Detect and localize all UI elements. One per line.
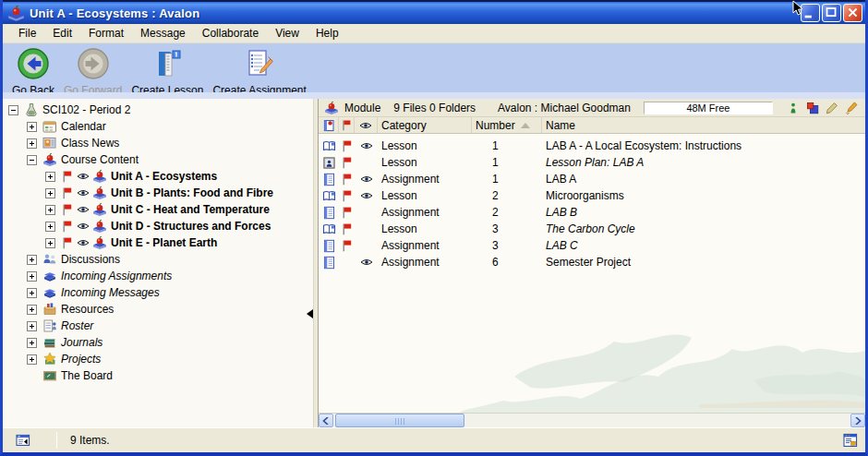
go-back-button[interactable]: Go Back [8,46,58,98]
list-row-lab-b[interactable]: Assignment 2 LAB B [319,204,865,221]
create-lesson-button[interactable]: Create Lesson [127,46,207,98]
tree-item-incoming-messages[interactable]: Incoming Messages [3,284,313,301]
expander-icon[interactable] [45,238,55,248]
calendar-icon [42,119,57,134]
column-category[interactable]: Category [378,117,472,133]
expander-icon[interactable] [45,205,55,215]
cell-name: LAB A - A Local Ecosystem: Instructions [542,139,865,152]
file-list: Lesson 1 LAB A - A Local Ecosystem: Inst… [319,134,865,270]
menu-message[interactable]: Message [132,25,194,42]
column-flag[interactable] [339,117,355,133]
tree-item-unit-c-heat-and-temperature[interactable]: Unit C - Heat and Temperature [3,201,313,218]
expander-icon[interactable] [27,288,37,298]
column-item-type[interactable] [319,117,339,133]
lesson-plan-icon [322,156,336,170]
tree-item-course-content[interactable]: Course Content [3,151,313,168]
expander-icon[interactable] [27,354,37,365]
scroll-right-button[interactable] [850,414,865,427]
list-column-header: Category Number Name [319,117,865,134]
menu-view[interactable]: View [267,25,307,42]
tree-item-sci102-period-2[interactable]: SCI102 - Period 2 [3,102,313,118]
tree-item-unit-b-plants-food-and-fibre[interactable]: Unit B - Plants: Food and Fibre [3,185,313,201]
flag-icon [341,239,354,252]
content-area: SCI102 - Period 2 Calendar Class News Co… [3,99,865,427]
roster-icon [42,318,57,333]
cell-category: Assignment [378,256,472,269]
tree-item-incoming-assignments[interactable]: Incoming Assignments [3,268,313,284]
collapse-panel-icon[interactable] [307,309,313,318]
expander-icon[interactable] [45,172,55,182]
scrollbar-thumb[interactable] [335,414,464,427]
assignment-icon [322,173,336,186]
menu-edit[interactable]: Edit [44,25,80,42]
tree-item-calendar[interactable]: Calendar [3,118,313,135]
pencil-icon[interactable] [826,102,838,114]
expander-icon[interactable] [27,255,37,265]
tree-item-class-news[interactable]: Class News [3,135,313,151]
layers-icon[interactable] [806,102,819,114]
scroll-left-button[interactable] [319,414,333,427]
expander-icon[interactable] [45,188,55,198]
tree-item-unit-d-structures-and-forces[interactable]: Unit D - Structures and Forces [3,218,313,234]
window-layout-icon[interactable] [843,433,858,448]
create-lesson-icon [151,47,184,83]
person-icon[interactable] [787,102,800,114]
tree-item-the-board[interactable]: The Board [3,367,313,384]
toolbar-button-label: Go Forward [64,84,122,97]
tree-item-label: Unit E - Planet Earth [111,236,217,249]
maximize-button[interactable] [822,4,841,22]
list-row-the-carbon-cycle[interactable]: Lesson 3 The Carbon Cycle [319,221,865,237]
flask-icon [24,102,39,117]
expander-icon[interactable] [27,122,37,132]
list-row-lab-c[interactable]: Assignment 3 LAB C [319,237,865,254]
pen-icon[interactable] [845,102,858,114]
resources-icon [42,302,57,317]
expander-icon[interactable] [27,321,37,331]
server-user-label: Avalon : Michael Goodman [498,102,631,114]
expander-icon[interactable] [27,338,37,348]
expander-icon[interactable] [27,138,37,149]
expander-icon[interactable] [27,271,37,282]
tree-item-resources[interactable]: Resources [3,301,313,318]
tree-item-label: The Board [61,369,113,382]
pane-toggle-icon[interactable] [16,433,30,448]
expander-icon[interactable] [45,222,55,232]
tree-item-unit-a-ecosystems[interactable]: Unit A - Ecosystems [3,168,313,185]
column-number[interactable]: Number [472,117,542,133]
board-icon [42,368,57,383]
expander-icon[interactable] [8,105,18,115]
tree-item-label: Resources [61,303,114,316]
app-window: Unit A - Ecosystems : Avalon FileEditFor… [0,0,868,456]
tree-item-roster[interactable]: Roster [3,318,313,334]
column-name[interactable]: Name [542,117,865,133]
tree-item-projects[interactable]: Projects [3,351,313,367]
list-row-microorganisms[interactable]: Lesson 2 Microorganisms [319,187,865,204]
flag-icon [341,189,354,202]
column-eye[interactable] [355,117,378,133]
cell-category: Assignment [378,239,472,252]
create-assignment-button[interactable]: Create Assignment [209,46,309,98]
expander-icon[interactable] [27,305,37,315]
close-button[interactable] [843,4,862,22]
flag-icon [61,236,74,249]
list-row-lesson-plan-lab-a[interactable]: Lesson 1 Lesson Plan: LAB A [319,154,865,171]
menu-file[interactable]: File [10,25,44,42]
flag-column-icon [341,119,353,131]
list-row-lab-a-a-local-ecosystem-instructions[interactable]: Lesson 1 LAB A - A Local Ecosystem: Inst… [319,138,865,154]
lesson-book-icon [322,139,336,153]
menu-collaborate[interactable]: Collaborate [194,25,267,42]
tree-item-discussions[interactable]: Discussions [3,251,313,268]
list-row-semester-project[interactable]: Assignment 6 Semester Project [319,254,865,270]
menu-help[interactable]: Help [307,25,347,42]
tree-item-journals[interactable]: Journals [3,334,313,351]
eye-icon [360,173,373,186]
cell-name: Semester Project [542,256,865,269]
eye-icon [77,186,90,199]
list-row-lab-a[interactable]: Assignment 1 LAB A [319,171,865,187]
menu-format[interactable]: Format [80,25,132,42]
cell-category: Assignment [378,206,472,219]
tree-item-label: Calendar [61,120,106,133]
expander-icon[interactable] [27,155,37,165]
scrollbar-track[interactable] [333,414,850,427]
tree-item-unit-e-planet-earth[interactable]: Unit E - Planet Earth [3,234,313,251]
